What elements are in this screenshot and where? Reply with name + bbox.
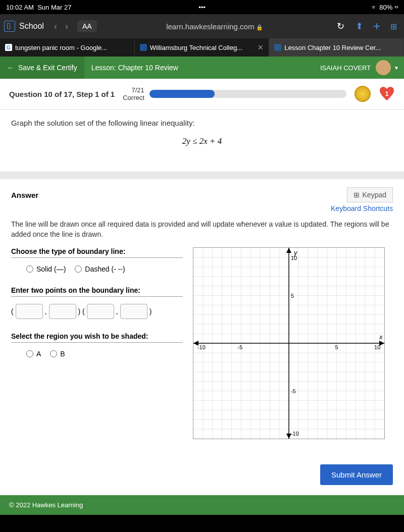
- point2-y-input[interactable]: [120, 304, 147, 319]
- svg-text:5: 5: [335, 344, 338, 350]
- question-prompt: Graph the solution set of the following …: [0, 110, 404, 172]
- region-label: Select the region you wish to be shaded:: [11, 332, 183, 343]
- svg-text:-10: -10: [197, 344, 206, 350]
- wifi-icon: ᯤ: [371, 4, 378, 11]
- progress-fill: [149, 90, 215, 98]
- svg-text:-5: -5: [238, 344, 243, 350]
- radio-solid[interactable]: Solid (—): [26, 265, 66, 273]
- hawkes-favicon-icon: [274, 44, 281, 51]
- text-size-button[interactable]: AA: [77, 20, 97, 32]
- back-icon[interactable]: ‹: [52, 21, 59, 32]
- answer-controls: Choose the type of boundary line: Solid …: [11, 247, 183, 439]
- close-tab-icon[interactable]: ✕: [258, 43, 264, 51]
- x-axis-label: x: [379, 333, 383, 341]
- more-icon: •••: [198, 4, 206, 11]
- status-time: 10:02 AM: [6, 4, 34, 11]
- radio-icon: [26, 350, 33, 357]
- tabs-overview-icon[interactable]: ⊞: [387, 22, 400, 31]
- battery-text: 80%: [379, 4, 392, 11]
- battery-icon: ▭: [394, 4, 398, 11]
- user-avatar[interactable]: [376, 60, 391, 75]
- svg-text:5: 5: [291, 293, 294, 299]
- sidebar-icon[interactable]: [4, 21, 15, 32]
- new-tab-icon[interactable]: +: [370, 19, 383, 33]
- radio-icon: [26, 265, 33, 273]
- radio-region-a[interactable]: A: [26, 350, 41, 358]
- open-tabs-bar: G tungsten panic room - Google... Willia…: [0, 38, 404, 57]
- svg-text:10: 10: [374, 344, 380, 350]
- browser-toolbar: School ‹ › AA learn.hawkeslearning.com🔒 …: [0, 14, 404, 38]
- tab-williamsburg[interactable]: Williamsburg Technical Colleg... ✕: [135, 38, 270, 57]
- radio-icon: [75, 265, 82, 273]
- keypad-button[interactable]: ⊞ Keypad: [347, 187, 393, 202]
- keypad-icon: ⊞: [354, 191, 360, 199]
- lesson-title: Lesson: Chapter 10 Review: [84, 64, 315, 72]
- point1-x-input[interactable]: [16, 304, 43, 319]
- question-number: Question 10 of 17, Step 1 of 1: [9, 90, 115, 98]
- heart-icon: 1: [379, 86, 395, 102]
- coin-icon: [355, 86, 371, 102]
- prompt-text: Graph the solution set of the following …: [11, 119, 393, 127]
- keyboard-shortcuts-link[interactable]: Keyboard Shortcuts: [11, 204, 393, 212]
- point2-x-input[interactable]: [87, 304, 114, 319]
- tab-group-label[interactable]: School: [19, 22, 44, 31]
- boundary-type-label: Choose the type of boundary line:: [11, 247, 183, 258]
- radio-icon: [50, 350, 57, 357]
- svg-text:10: 10: [291, 255, 297, 261]
- tab-google[interactable]: G tungsten panic room - Google...: [0, 38, 135, 57]
- submit-answer-button[interactable]: Submit Answer: [320, 464, 393, 485]
- help-text: The line will be drawn once all required…: [11, 220, 393, 239]
- lock-icon: 🔒: [256, 24, 263, 30]
- radio-region-b[interactable]: B: [50, 350, 65, 358]
- progress-bar: [149, 90, 346, 98]
- share-icon[interactable]: ⬆: [352, 21, 366, 32]
- coordinate-graph[interactable]: y x 10 5 -5 -10 -10 -5 5 10: [193, 247, 385, 439]
- status-date: Sun Mar 27: [37, 4, 71, 11]
- radio-dashed[interactable]: Dashed (- --): [75, 265, 125, 273]
- question-progress-bar: Question 10 of 17, Step 1 of 1 7/21 Corr…: [0, 79, 404, 110]
- google-favicon-icon: G: [5, 44, 12, 51]
- footer-copyright: © 2022 Hawkes Learning: [0, 495, 404, 515]
- equation: 2y ≤ 2x + 4: [11, 136, 393, 146]
- point1-y-input[interactable]: [49, 304, 76, 319]
- graph-container: y x 10 5 -5 -10 -10 -5 5 10: [193, 247, 393, 439]
- answer-title: Answer: [11, 191, 347, 199]
- lesson-header: ← Save & Exit Certify Lesson: Chapter 10…: [0, 57, 404, 79]
- progress-fraction: 7/21 Correct: [123, 86, 144, 101]
- user-name: ISAIAH COVERT: [315, 64, 376, 72]
- points-label: Enter two points on the boundary line:: [11, 286, 183, 297]
- user-menu-caret-icon[interactable]: ▼: [394, 65, 399, 71]
- reload-icon[interactable]: ↻: [333, 21, 348, 32]
- college-favicon-icon: [140, 44, 147, 51]
- svg-marker-40: [286, 248, 291, 253]
- url-bar[interactable]: learn.hawkeslearning.com🔒: [101, 22, 329, 31]
- forward-icon: ›: [63, 21, 70, 32]
- content-area: Question 10 of 17, Step 1 of 1 7/21 Corr…: [0, 79, 404, 515]
- points-inputs: ( , ) ( , ): [11, 304, 183, 319]
- save-exit-button[interactable]: ← Save & Exit Certify: [0, 57, 84, 79]
- svg-text:-5: -5: [291, 389, 296, 395]
- tab-lesson-active[interactable]: Lesson Chapter 10 Review Cer...: [269, 38, 404, 57]
- answer-section: Answer ⊞ Keypad Keyboard Shortcuts The l…: [0, 179, 404, 495]
- ios-status-bar: 10:02 AM Sun Mar 27 ••• ᯤ 80% ▭: [0, 0, 404, 14]
- back-arrow-icon: ←: [7, 64, 14, 72]
- svg-text:-10: -10: [291, 431, 299, 437]
